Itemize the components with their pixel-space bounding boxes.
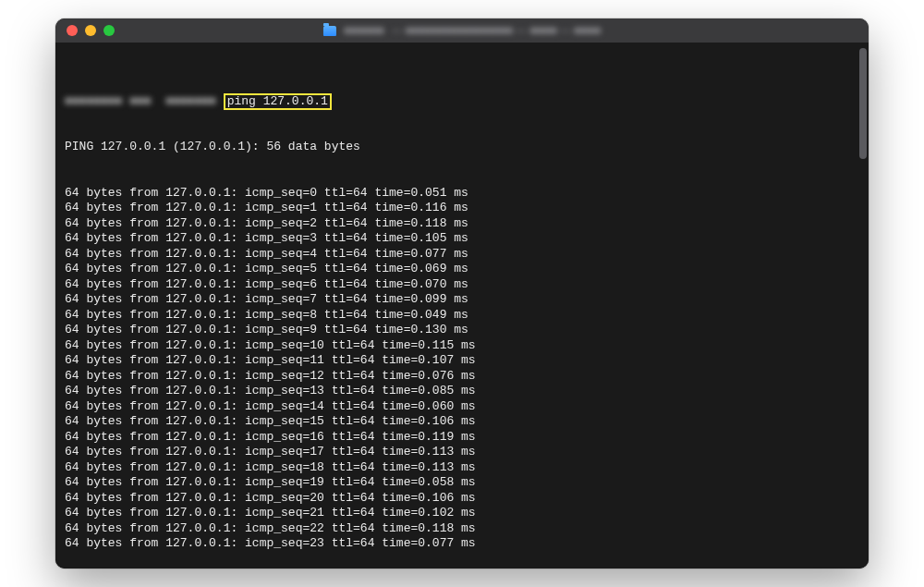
ping-reply: 64 bytes from 127.0.0.1: icmp_seq=14 ttl… (65, 399, 859, 415)
title-text-right: — ■■■■■■■■■■■■■■■■ — ■■■■ — ■■■■ (391, 24, 601, 37)
ping-reply: 64 bytes from 127.0.0.1: icmp_seq=21 ttl… (65, 506, 859, 521)
ping-reply: 64 bytes from 127.0.0.1: icmp_seq=15 ttl… (65, 414, 859, 430)
ping-header: PING 127.0.0.1 (127.0.0.1): 56 data byte… (65, 140, 859, 155)
scrollbar-thumb[interactable] (859, 48, 867, 159)
ping-reply: 64 bytes from 127.0.0.1: icmp_seq=4 ttl=… (65, 247, 859, 263)
maximize-button[interactable] (103, 25, 115, 36)
ping-reply: 64 bytes from 127.0.0.1: icmp_seq=11 ttl… (65, 353, 859, 369)
titlebar[interactable]: ■■■■■■ — ■■■■■■■■■■■■■■■■ — ■■■■ — ■■■■ (55, 18, 869, 43)
traffic-lights (67, 25, 115, 36)
ping-reply: 64 bytes from 127.0.0.1: icmp_seq=1 ttl=… (65, 201, 859, 216)
minimize-button[interactable] (85, 25, 96, 36)
command-highlight: ping 127.0.0.1 (224, 93, 332, 110)
terminal-body[interactable]: ■■■■■■■■ ■■■ ■■■■■■■ ping 127.0.0.1 PING… (55, 43, 869, 569)
ping-reply: 64 bytes from 127.0.0.1: icmp_seq=8 ttl=… (65, 308, 859, 324)
ping-reply: 64 bytes from 127.0.0.1: icmp_seq=22 ttl… (65, 521, 859, 537)
ping-reply: 64 bytes from 127.0.0.1: icmp_seq=5 ttl=… (65, 262, 859, 277)
folder-icon (323, 26, 336, 36)
ping-reply: 64 bytes from 127.0.0.1: icmp_seq=19 ttl… (65, 475, 859, 491)
ping-reply: 64 bytes from 127.0.0.1: icmp_seq=13 ttl… (65, 384, 859, 399)
ping-reply: 64 bytes from 127.0.0.1: icmp_seq=12 ttl… (65, 369, 859, 385)
ping-reply: 64 bytes from 127.0.0.1: icmp_seq=23 ttl… (65, 536, 859, 552)
window-title: ■■■■■■ — ■■■■■■■■■■■■■■■■ — ■■■■ — ■■■■ (323, 24, 601, 37)
ping-reply: 64 bytes from 127.0.0.1: icmp_seq=10 ttl… (65, 338, 859, 354)
close-button[interactable] (67, 25, 78, 36)
ping-reply: 64 bytes from 127.0.0.1: icmp_seq=9 ttl=… (65, 323, 859, 338)
ping-reply: 64 bytes from 127.0.0.1: icmp_seq=0 ttl=… (65, 186, 859, 202)
terminal-window: ■■■■■■ — ■■■■■■■■■■■■■■■■ — ■■■■ — ■■■■ … (55, 18, 869, 569)
ping-reply: 64 bytes from 127.0.0.1: icmp_seq=16 ttl… (65, 430, 859, 446)
ping-reply: 64 bytes from 127.0.0.1: icmp_seq=18 ttl… (65, 460, 859, 476)
ping-replies: 64 bytes from 127.0.0.1: icmp_seq=0 ttl=… (65, 186, 859, 552)
ping-reply: 64 bytes from 127.0.0.1: icmp_seq=7 ttl=… (65, 292, 859, 308)
prompt-prefix: ■■■■■■■■ ■■■ ■■■■■■■ (65, 94, 224, 110)
ping-reply: 64 bytes from 127.0.0.1: icmp_seq=17 ttl… (65, 445, 859, 460)
ping-reply: 64 bytes from 127.0.0.1: icmp_seq=20 ttl… (65, 491, 859, 507)
ping-reply: 64 bytes from 127.0.0.1: icmp_seq=3 ttl=… (65, 231, 859, 247)
ping-reply: 64 bytes from 127.0.0.1: icmp_seq=6 ttl=… (65, 277, 859, 293)
ping-reply: 64 bytes from 127.0.0.1: icmp_seq=2 ttl=… (65, 216, 859, 232)
title-text-left: ■■■■■■ (344, 24, 384, 37)
prompt-line: ■■■■■■■■ ■■■ ■■■■■■■ ping 127.0.0.1 (65, 94, 859, 110)
